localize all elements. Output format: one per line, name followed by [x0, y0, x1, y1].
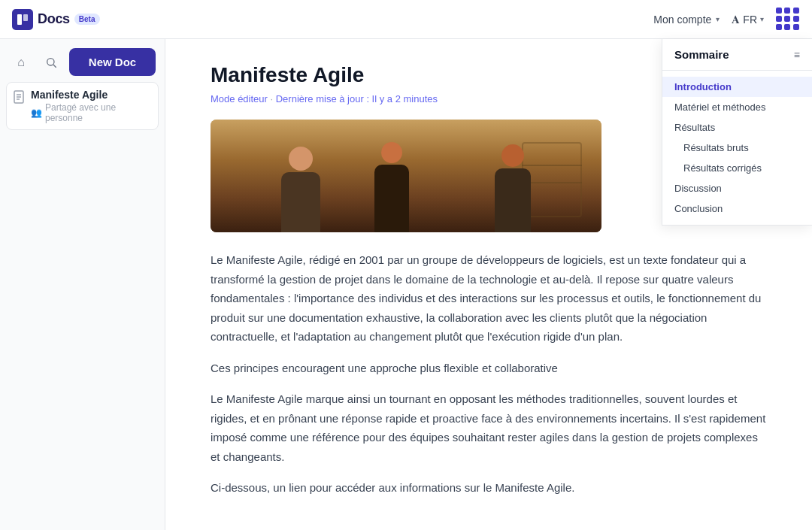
app-name: Docs — [38, 11, 70, 27]
doc-item-meta: 👥 Partagé avec une personne — [31, 102, 152, 123]
home-button[interactable]: ⌂ — [9, 50, 33, 74]
sommaire-item[interactable]: Résultats — [662, 117, 812, 138]
sidebar: ⌂ New Doc Manifeste Agile 👥 — [0, 39, 165, 530]
lang-label: FR — [743, 14, 757, 26]
account-button[interactable]: Mon compte ▾ — [653, 14, 720, 26]
sommaire-item[interactable]: Conclusion — [662, 198, 812, 219]
search-button[interactable] — [39, 50, 63, 74]
sommaire-items: IntroductionMatériel et méthodesRésultat… — [662, 71, 812, 225]
doc-body: Le Manifeste Agile, rédigé en 2001 par u… — [211, 250, 767, 498]
svg-line-3 — [53, 65, 56, 68]
sommaire-item[interactable]: Matériel et méthodes — [662, 97, 812, 117]
sommaire-item[interactable]: Introduction — [662, 77, 812, 97]
sidebar-actions: ⌂ New Doc — [6, 48, 159, 76]
svg-rect-0 — [17, 14, 22, 25]
language-button[interactable]: 𝐀 FR ▾ — [732, 13, 764, 26]
apps-grid-icon[interactable] — [776, 8, 800, 32]
sommaire-list-icon[interactable]: ≡ — [794, 49, 800, 61]
nav-left: Docs Beta — [12, 9, 100, 30]
doc-title: Manifeste Agile — [211, 63, 364, 87]
logo-icon — [12, 9, 33, 30]
new-doc-button[interactable]: New Doc — [69, 48, 156, 76]
top-nav: Docs Beta Mon compte ▾ 𝐀 FR ▾ — [0, 0, 812, 39]
sommaire-header: Sommaire ≡ — [662, 39, 812, 71]
doc-image — [211, 120, 601, 232]
translate-icon: 𝐀 — [732, 13, 740, 26]
doc-item-title: Manifeste Agile — [31, 89, 152, 101]
nav-right: Mon compte ▾ 𝐀 FR ▾ — [653, 8, 800, 32]
svg-point-2 — [47, 58, 54, 65]
sommaire-item[interactable]: Résultats corrigés — [662, 158, 812, 178]
sommaire-title: Sommaire — [674, 48, 729, 61]
sommaire-item[interactable]: Résultats bruts — [662, 138, 812, 158]
svg-rect-1 — [23, 14, 28, 21]
paragraph-3: Le Manifeste Agile marque ainsi un tourn… — [211, 389, 767, 466]
account-chevron-icon: ▾ — [716, 15, 720, 23]
paragraph-2: Ces principes encouragent une approche p… — [211, 359, 767, 378]
doc-icon — [13, 90, 25, 108]
account-label: Mon compte — [653, 14, 711, 26]
beta-badge: Beta — [74, 14, 100, 25]
mode-label: Mode éditeur — [211, 93, 268, 104]
doc-list-item[interactable]: Manifeste Agile 👥 Partagé avec une perso… — [6, 82, 159, 130]
paragraph-1: Le Manifeste Agile, rédigé en 2001 par u… — [211, 250, 767, 347]
lang-chevron-icon: ▾ — [760, 15, 764, 23]
share-icon: 👥 — [31, 108, 42, 118]
sommaire-panel: Sommaire ≡ IntroductionMatériel et métho… — [662, 39, 812, 226]
sommaire-item[interactable]: Discussion — [662, 178, 812, 198]
paragraph-4: Ci-dessous, un lien pour accéder aux inf… — [211, 478, 767, 498]
